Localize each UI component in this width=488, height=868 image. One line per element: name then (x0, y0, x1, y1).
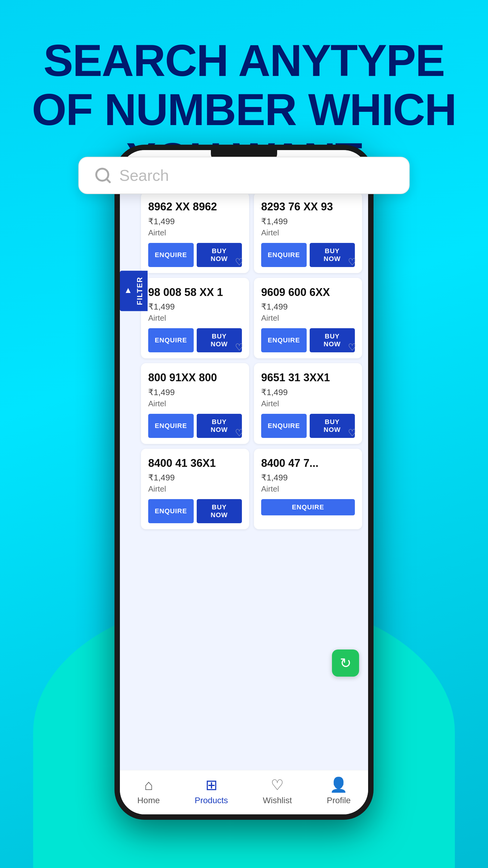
product-actions: ENQUIRE BUY NOW (148, 328, 242, 352)
product-card: 8962 XX 8962 ₹1,499 Airtel ENQUIRE BUY N… (141, 192, 249, 273)
products-area: ▼ FILTER 8962 XX 8962 ₹1,499 Airtel ENQU… (120, 186, 368, 770)
product-actions: ENQUIRE BUY NOW (148, 414, 242, 438)
product-number: 9609 600 6XX (261, 286, 355, 299)
search-input[interactable]: Search (119, 166, 169, 184)
product-card: 8400 41 36X1 ₹1,499 Airtel ENQUIRE BUY N… (141, 449, 249, 530)
product-card: 9651 31 3XX1 ₹1,499 Airtel ENQUIRE BUY N… (254, 363, 362, 444)
product-number: 98 008 58 XX 1 (148, 286, 242, 299)
nav-wishlist-label: Wishlist (263, 796, 292, 805)
nav-profile-label: Profile (327, 796, 351, 805)
enquire-button[interactable]: ENQUIRE (148, 243, 194, 267)
search-overlay: Search (78, 157, 410, 194)
wishlist-heart-icon[interactable]: ♡ (348, 341, 357, 353)
phone-frame: ▼ FILTER 8962 XX 8962 ₹1,499 Airtel ENQU… (115, 145, 373, 820)
wishlist-heart-icon[interactable]: ♡ (348, 427, 357, 438)
product-number: 8400 41 36X1 (148, 457, 242, 469)
buy-now-button[interactable]: BUY NOW (197, 499, 242, 523)
enquire-button[interactable]: ENQUIRE (261, 243, 307, 267)
product-carrier: Airtel (261, 228, 355, 238)
wishlist-icon: ♡ (271, 776, 284, 793)
products-icon: ⊞ (205, 776, 218, 793)
enquire-button[interactable]: ENQUIRE (261, 414, 307, 438)
product-carrier: Airtel (261, 484, 355, 494)
bottom-nav: ⌂ Home ⊞ Products ♡ Wishlist 👤 Profile (120, 770, 368, 814)
product-actions: ENQUIRE BUY NOW (148, 499, 242, 523)
product-actions: ENQUIRE BUY NOW (261, 414, 355, 438)
enquire-button[interactable]: ENQUIRE (261, 328, 307, 352)
nav-home-label: Home (137, 796, 160, 805)
product-actions: ENQUIRE (261, 499, 355, 516)
product-price: ₹1,499 (148, 387, 242, 397)
product-number: 8293 76 XX 93 (261, 201, 355, 213)
wishlist-heart-icon[interactable]: ♡ (235, 256, 244, 268)
products-grid: 8962 XX 8962 ₹1,499 Airtel ENQUIRE BUY N… (126, 192, 362, 529)
enquire-button[interactable]: ENQUIRE (148, 499, 194, 523)
product-carrier: Airtel (261, 313, 355, 323)
product-carrier: Airtel (261, 399, 355, 408)
product-carrier: Airtel (148, 228, 242, 238)
nav-products[interactable]: ⊞ Products (195, 776, 228, 805)
nav-wishlist[interactable]: ♡ Wishlist (263, 776, 292, 805)
product-actions: ENQUIRE BUY NOW (148, 243, 242, 267)
filter-tab[interactable]: ▼ FILTER (120, 271, 148, 311)
product-carrier: Airtel (148, 399, 242, 408)
product-carrier: Airtel (148, 313, 242, 323)
wishlist-heart-icon[interactable]: ♡ (235, 341, 244, 353)
phone-container: ▼ FILTER 8962 XX 8962 ₹1,499 Airtel ENQU… (115, 145, 373, 820)
enquire-button[interactable]: ENQUIRE (148, 414, 194, 438)
product-price: ₹1,499 (148, 302, 242, 312)
product-card: 98 008 58 XX 1 ₹1,499 Airtel ENQUIRE BUY… (141, 278, 249, 359)
product-price: ₹1,499 (261, 387, 355, 397)
product-price: ₹1,499 (261, 472, 355, 483)
wishlist-heart-icon[interactable]: ♡ (348, 256, 357, 268)
nav-home[interactable]: ⌂ Home (137, 777, 160, 805)
product-number: 9651 31 3XX1 (261, 372, 355, 384)
product-card: 800 91XX 800 ₹1,499 Airtel ENQUIRE BUY N… (141, 363, 249, 444)
enquire-button[interactable]: ENQUIRE (148, 328, 194, 352)
product-carrier: Airtel (148, 484, 242, 494)
filter-funnel-icon: ▼ (124, 286, 133, 296)
product-number: 8962 XX 8962 (148, 201, 242, 213)
nav-products-label: Products (195, 796, 228, 805)
product-card: 9609 600 6XX ₹1,499 Airtel ENQUIRE BUY N… (254, 278, 362, 359)
phone-screen: ▼ FILTER 8962 XX 8962 ₹1,499 Airtel ENQU… (120, 150, 368, 814)
product-number: 800 91XX 800 (148, 372, 242, 384)
profile-icon: 👤 (330, 776, 348, 793)
product-price: ₹1,499 (261, 302, 355, 312)
product-card: 8400 47 7... ₹1,499 Airtel ENQUIRE (254, 449, 362, 530)
product-card: 8293 76 XX 93 ₹1,499 Airtel ENQUIRE BUY … (254, 192, 362, 273)
refresh-fab[interactable]: ↻ (332, 650, 359, 677)
product-number: 8400 47 7... (261, 457, 355, 469)
product-actions: ENQUIRE BUY NOW (261, 328, 355, 352)
product-price: ₹1,499 (148, 472, 242, 483)
product-actions: ENQUIRE BUY NOW (261, 243, 355, 267)
home-icon: ⌂ (144, 777, 153, 793)
search-box[interactable]: Search (78, 157, 410, 194)
enquire-button[interactable]: ENQUIRE (261, 499, 355, 516)
filter-label: FILTER (135, 277, 144, 305)
wishlist-heart-icon[interactable]: ♡ (235, 427, 244, 438)
product-price: ₹1,499 (261, 216, 355, 226)
search-icon (94, 166, 112, 184)
nav-profile[interactable]: 👤 Profile (327, 776, 351, 805)
product-price: ₹1,499 (148, 216, 242, 226)
svg-line-1 (107, 179, 110, 182)
